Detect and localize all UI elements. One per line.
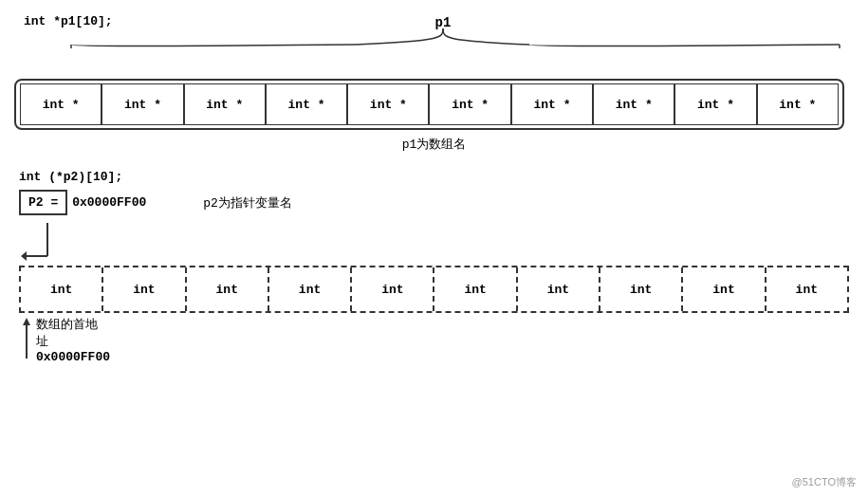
bottom-array-cell: int <box>187 267 269 311</box>
svg-marker-4 <box>21 251 27 261</box>
top-caption: p1为数组名 <box>14 136 854 153</box>
bottom-array-cell: int <box>103 267 186 311</box>
p2-box: P2 = <box>19 190 67 215</box>
svg-marker-6 <box>23 318 30 325</box>
array-addr-arrow-svg <box>19 316 34 363</box>
top-array: int *int *int *int *int *int *int *int *… <box>14 79 844 130</box>
bottom-array-cell: int <box>766 267 847 311</box>
top-section: int *p1[10]; p1 <box>14 14 854 153</box>
bottom-code-label: int (*p2)[10]; <box>19 170 854 184</box>
bottom-section: int (*p2)[10]; P2 = 0x0000FF00 p2为指针变量名 … <box>14 170 854 364</box>
bottom-array-cell: int <box>600 267 683 311</box>
bottom-array-cell: int <box>518 267 600 311</box>
pointer-row: P2 = 0x0000FF00 p2为指针变量名 <box>19 190 854 215</box>
diagram-container: int *p1[10]; p1 <box>0 0 868 497</box>
top-array-cell: int * <box>184 83 266 125</box>
array-addr-line2: 址 <box>36 333 110 350</box>
array-addr-line1: 数组的首地 <box>36 316 110 333</box>
array-addr-caption: 数组的首地 址 0x0000FF00 <box>36 316 110 364</box>
top-array-cell: int * <box>757 83 839 125</box>
bottom-array-cell: int <box>21 267 103 311</box>
p1-brace-svg: p1 <box>14 14 868 50</box>
bottom-array-cell: int <box>269 267 352 311</box>
top-array-cell: int * <box>102 83 183 125</box>
top-array-cell: int * <box>20 83 102 125</box>
bottom-array-cell: int <box>683 267 766 311</box>
top-array-cell: int * <box>674 83 756 125</box>
top-code-label: int *p1[10]; <box>24 14 113 28</box>
array-addr-value: 0x0000FF00 <box>36 350 110 364</box>
top-array-cell: int * <box>593 83 674 125</box>
bottom-array: intintintintintintintintintint <box>19 266 849 313</box>
top-array-cell: int * <box>266 83 347 125</box>
bottom-array-cell: int <box>352 267 434 311</box>
p2-name-label: p2为指针变量名 <box>203 194 292 212</box>
p1-text: p1 <box>435 15 452 30</box>
top-array-cell: int * <box>429 83 510 125</box>
p2-address: 0x0000FF00 <box>72 195 146 210</box>
top-array-cell: int * <box>347 83 429 125</box>
bottom-array-cell: int <box>434 267 517 311</box>
arrow-down-svg <box>19 223 114 266</box>
top-array-cell: int * <box>511 83 593 125</box>
watermark: @51CTO博客 <box>792 475 857 489</box>
